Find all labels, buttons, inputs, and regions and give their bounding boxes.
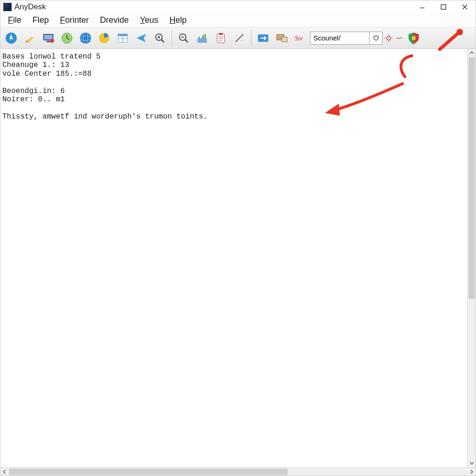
wand-icon[interactable]	[231, 29, 248, 47]
svg-marker-21	[137, 34, 146, 42]
gear-icon[interactable]	[383, 29, 394, 47]
svg-rect-29	[198, 39, 207, 43]
devices-icon[interactable]	[273, 29, 291, 47]
vertical-scrollbar[interactable]	[467, 49, 476, 467]
search-input[interactable]	[310, 32, 370, 45]
svg-rect-6	[26, 36, 33, 43]
svg-point-42	[241, 40, 242, 41]
svg-rect-35	[219, 33, 223, 35]
svg-rect-1	[441, 5, 446, 9]
send-icon[interactable]	[132, 29, 150, 47]
menu-yeus[interactable]: Yeus	[135, 14, 163, 26]
svg-point-47	[387, 36, 390, 40]
scroll-up-icon[interactable]	[468, 49, 476, 57]
tilde-icon[interactable]	[395, 29, 404, 47]
titlebar: AnyDesk	[0, 0, 476, 13]
scroll-left-icon[interactable]	[0, 468, 9, 476]
hscroll-track[interactable]	[9, 468, 467, 476]
svg-rect-10	[46, 41, 50, 42]
clock-refresh-icon[interactable]	[58, 29, 76, 47]
window-title: AnyDesk	[14, 2, 46, 12]
clipboard-icon[interactable]	[212, 29, 230, 47]
toolbar: Sıv	[0, 27, 476, 49]
pencil-icon[interactable]	[21, 29, 39, 47]
search-wrap	[310, 32, 383, 45]
maximize-button[interactable]	[433, 0, 454, 13]
svg-point-40	[242, 34, 244, 36]
monitor-icon[interactable]	[40, 29, 57, 47]
arrows-icon[interactable]	[254, 29, 272, 47]
menu-file[interactable]: File	[3, 14, 26, 26]
vscroll-thumb[interactable]	[469, 57, 475, 299]
shield-icon[interactable]	[405, 29, 423, 47]
svg-point-11	[50, 39, 54, 43]
factory-icon[interactable]	[193, 29, 211, 47]
svg-marker-30	[198, 36, 200, 39]
pie-chart-icon[interactable]	[95, 29, 113, 47]
globe-icon[interactable]	[77, 29, 94, 47]
zoom-in-icon[interactable]	[151, 29, 169, 47]
signature-icon[interactable]: Sıv	[291, 29, 309, 47]
svg-line-27	[185, 40, 188, 42]
app-icon	[3, 3, 12, 11]
app-window: AnyDesk File Flep Forinter Drevide Yeus …	[0, 0, 476, 476]
scroll-right-icon[interactable]	[467, 468, 476, 476]
hscroll-thumb[interactable]	[9, 469, 288, 475]
svg-point-13	[80, 33, 91, 44]
svg-line-23	[161, 40, 164, 42]
menu-forinter[interactable]: Forinter	[55, 14, 93, 26]
compass-icon[interactable]	[2, 29, 20, 47]
close-button[interactable]	[454, 0, 476, 13]
horizontal-scrollbar[interactable]	[0, 467, 476, 476]
toolbar-separator	[172, 30, 172, 46]
content-area: Bases lonwol tratend 5 Cheanuge 1.: 13 v…	[0, 49, 476, 467]
svg-rect-9	[44, 35, 53, 40]
svg-rect-32	[205, 34, 206, 39]
svg-point-41	[237, 35, 238, 36]
svg-rect-18	[118, 34, 127, 36]
menu-flep[interactable]: Flep	[28, 14, 53, 26]
scroll-down-icon[interactable]	[468, 459, 476, 467]
svg-rect-52	[412, 36, 416, 40]
minimize-button[interactable]	[411, 0, 433, 13]
menu-drevide[interactable]: Drevide	[95, 14, 133, 26]
menu-help[interactable]: Help	[165, 14, 191, 26]
zoom-out-icon[interactable]	[175, 29, 192, 47]
menubar: File Flep Forinter Drevide Yeus Help	[0, 13, 476, 27]
svg-rect-45	[282, 37, 287, 42]
table-icon[interactable]	[114, 29, 132, 47]
svg-rect-33	[203, 35, 204, 39]
toolbar-separator	[251, 30, 251, 46]
svg-text:Sıv: Sıv	[295, 35, 303, 42]
favorite-button[interactable]	[370, 32, 383, 45]
text-pane[interactable]: Bases lonwol tratend 5 Cheanuge 1.: 13 v…	[0, 49, 467, 467]
